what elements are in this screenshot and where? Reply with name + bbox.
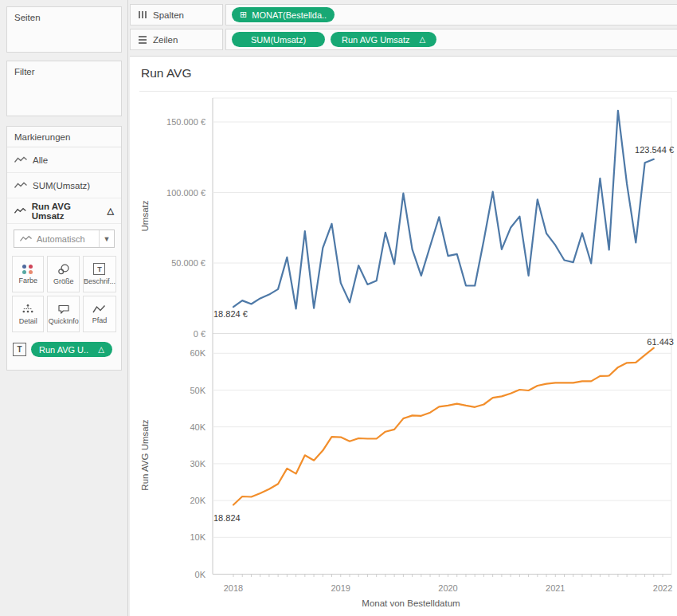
pill-monat-bestelldatum[interactable]: ⊞ MONAT(Bestellda..: [232, 7, 335, 22]
svg-text:61.443: 61.443: [647, 337, 674, 347]
marks-entry-label: Alle: [33, 155, 48, 165]
svg-text:Run AVG Umsatz: Run AVG Umsatz: [140, 419, 150, 491]
marks-entry-run-avg-umsatz[interactable]: Run AVG Umsatz △: [7, 198, 121, 224]
marks-card-title: Markierungen: [7, 127, 121, 147]
pages-shelf-title: Seiten: [7, 7, 121, 28]
path-button[interactable]: Pfad: [83, 296, 116, 332]
color-dots-icon: [22, 265, 33, 274]
pill-run-avg-umsatz[interactable]: Run AVG Umsatz △: [331, 32, 436, 47]
marks-label-shelf: T Run AVG U.. △: [7, 334, 121, 365]
columns-shelf[interactable]: ⊞ MONAT(Bestellda..: [225, 4, 677, 26]
svg-text:0 €: 0 €: [194, 329, 205, 339]
mark-type-dropdown[interactable]: Automatisch ▼: [14, 230, 115, 248]
svg-text:40K: 40K: [190, 422, 205, 432]
pill-run-avg-label[interactable]: Run AVG U.. △: [31, 342, 112, 357]
svg-text:60K: 60K: [190, 348, 205, 358]
delta-icon: △: [108, 206, 114, 216]
svg-text:2020: 2020: [438, 583, 457, 593]
marks-card: Markierungen Alle SUM(Umsatz) Run AVG Um…: [6, 126, 122, 371]
rows-shelf-label: Zeilen: [130, 29, 223, 50]
delta-icon: △: [98, 345, 104, 354]
svg-text:2021: 2021: [546, 583, 565, 593]
marks-button-grid: Farbe Größe T Beschrif... Detail QuickIn…: [7, 251, 121, 334]
columns-shelf-label: Spalten: [130, 4, 223, 26]
panel-divider: [127, 0, 128, 616]
svg-text:100.000 €: 100.000 €: [166, 188, 205, 198]
mark-type-value: Automatisch: [37, 234, 94, 244]
svg-text:50.000 €: 50.000 €: [171, 258, 205, 268]
chevron-down-icon[interactable]: ▼: [99, 230, 114, 247]
color-button[interactable]: Farbe: [12, 256, 44, 292]
rows-shelf[interactable]: SUM(Umsatz) Run AVG Umsatz △: [225, 29, 677, 50]
pages-shelf[interactable]: Seiten: [6, 6, 122, 53]
text-label-icon: T: [93, 263, 105, 275]
svg-text:Monat von Bestelldatum: Monat von Bestelldatum: [362, 598, 460, 608]
svg-text:18.824 €: 18.824 €: [213, 309, 248, 319]
label-button[interactable]: T Beschrif...: [83, 256, 116, 292]
marks-entry-label: Run AVG Umsatz: [32, 202, 100, 221]
svg-text:2018: 2018: [224, 583, 243, 593]
svg-text:20K: 20K: [190, 496, 205, 505]
worksheet: Run AVG 0 €50.000 €100.000 €150.000 €0K1…: [130, 56, 677, 616]
filters-shelf-title: Filter: [7, 61, 121, 82]
filters-shelf[interactable]: Filter: [6, 61, 122, 116]
detail-button[interactable]: Detail: [12, 296, 44, 332]
text-label-icon: T: [13, 343, 26, 356]
line-mark-icon: [14, 207, 26, 214]
rows-icon: [139, 36, 147, 44]
svg-text:2022: 2022: [653, 583, 672, 593]
svg-text:2019: 2019: [331, 583, 350, 593]
svg-text:150.000 €: 150.000 €: [166, 117, 205, 127]
size-button[interactable]: Größe: [47, 256, 80, 292]
tooltip-button[interactable]: QuickInfo: [47, 296, 80, 332]
size-icon: [57, 264, 70, 275]
line-mark-icon: [20, 235, 32, 242]
columns-icon: [139, 11, 147, 18]
svg-text:Umsatz: Umsatz: [140, 200, 150, 231]
svg-text:10K: 10K: [190, 532, 205, 542]
pill-sum-umsatz[interactable]: SUM(Umsatz): [232, 32, 325, 47]
delta-icon: △: [419, 35, 425, 44]
marks-entry-sum-umsatz[interactable]: SUM(Umsatz): [7, 173, 121, 198]
detail-icon: [22, 304, 34, 315]
svg-text:30K: 30K: [190, 459, 205, 469]
svg-text:18.824: 18.824: [213, 513, 241, 523]
path-icon: [92, 304, 106, 314]
svg-text:123.544 €: 123.544 €: [635, 145, 674, 155]
marks-entry-alle[interactable]: Alle: [7, 147, 121, 173]
line-mark-icon: [14, 182, 27, 189]
marks-entry-label: SUM(Umsatz): [33, 181, 90, 190]
plus-box-icon[interactable]: ⊞: [240, 10, 247, 19]
svg-text:50K: 50K: [190, 386, 205, 395]
svg-text:0K: 0K: [195, 570, 206, 579]
dual-line-chart[interactable]: 0 €50.000 €100.000 €150.000 €0K10K20K30K…: [130, 57, 677, 616]
line-mark-icon: [14, 156, 27, 163]
speech-bubble-icon: [57, 304, 70, 315]
